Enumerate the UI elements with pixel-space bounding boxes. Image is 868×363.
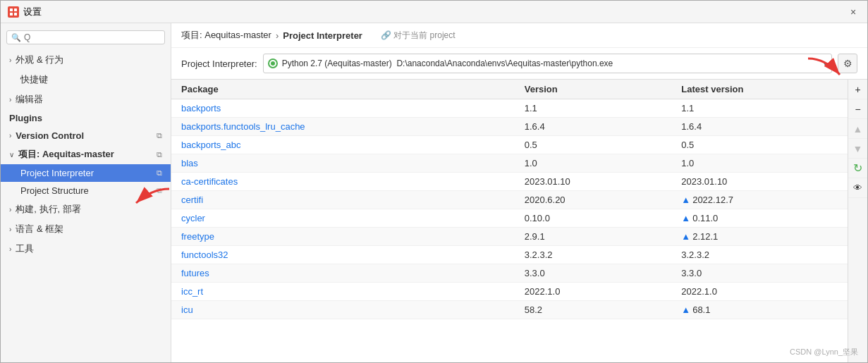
package-latest-version: 3.2.3.2: [671, 246, 867, 264]
search-input[interactable]: [24, 32, 160, 42]
main-panel: 项目: Aequitas-master › Project Interprete…: [171, 23, 867, 362]
content-area: 🔍 › 外观 & 行为 快捷键 › 编辑器 Plugins › Version …: [1, 23, 867, 362]
close-button[interactable]: ×: [846, 5, 860, 19]
python-version: Python 2.7 (Aequitas-master): [282, 59, 392, 68]
package-latest-version: ▲2022.12.7: [671, 191, 867, 209]
package-latest-version: 0.5: [671, 136, 867, 154]
svg-rect-3: [14, 13, 17, 16]
sidebar-item-label: Plugins: [9, 113, 42, 123]
interpreter-bar: Project Interpreter: Python 2.7 (Aequita…: [171, 48, 867, 80]
sidebar-item-keymap[interactable]: 快捷键: [1, 70, 171, 90]
package-version: 2023.01.10: [515, 173, 672, 191]
svg-rect-1: [14, 8, 17, 11]
table-row[interactable]: blas1.01.0: [171, 154, 867, 173]
sidebar-item-tools[interactable]: › 工具: [1, 239, 171, 259]
package-latest-version: ▲68.1: [671, 301, 867, 319]
interpreter-select-dropdown[interactable]: Python 2.7 (Aequitas-master) D:\anaconda…: [263, 54, 832, 73]
package-version: 0.10.0: [515, 209, 672, 228]
eye-button[interactable]: 👁: [848, 178, 868, 198]
sidebar-item-project[interactable]: ∨ 项目: Aequitas-master ⧉: [1, 144, 171, 164]
titlebar: 设置 ×: [1, 1, 867, 23]
table-area: Package Version Latest version backports…: [171, 80, 867, 362]
package-name: futures: [171, 264, 515, 283]
package-version: 1.0: [515, 154, 672, 173]
svg-rect-0: [10, 8, 13, 11]
copy-icon: ⧉: [157, 168, 162, 178]
table-row[interactable]: functools323.2.3.23.2.3.2: [171, 246, 867, 264]
package-latest-version: 2022.1.0: [671, 283, 867, 301]
refresh-button[interactable]: ↻: [848, 159, 868, 178]
package-name: backports_abc: [171, 136, 515, 154]
upgrade-arrow-icon: ▲: [681, 304, 690, 315]
interpreter-path: Python 2.7 (Aequitas-master) D:\anaconda…: [282, 59, 819, 68]
package-latest-version: 1.1: [671, 99, 867, 118]
watermark: CSDN @Lynn_坚果: [790, 347, 858, 357]
table-actions: + − ▲ ▼ ↻ 👁: [848, 80, 867, 362]
chevron-icon: ›: [9, 245, 11, 253]
add-package-button[interactable]: +: [848, 80, 868, 99]
table-row[interactable]: certifi2020.6.20▲2022.12.7: [171, 191, 867, 209]
sidebar: 🔍 › 外观 & 行为 快捷键 › 编辑器 Plugins › Version …: [1, 23, 171, 362]
chevron-icon: ›: [9, 132, 11, 140]
titlebar-left: 设置: [8, 6, 42, 18]
package-name: icu: [171, 301, 515, 319]
breadcrumb-note: 🔗 对于当前 project: [381, 30, 456, 42]
interpreter-label: Project Interpreter:: [181, 59, 257, 69]
package-name: ca-certificates: [171, 173, 515, 191]
chevron-icon: ›: [9, 56, 11, 64]
move-down-button[interactable]: ▼: [848, 139, 868, 159]
sidebar-item-version-control[interactable]: › Version Control ⧉: [1, 127, 171, 144]
package-name: backports.functools_lru_cache: [171, 118, 515, 136]
package-version: 1.6.4: [515, 118, 672, 136]
sidebar-item-editor[interactable]: › 编辑器: [1, 90, 171, 109]
chevron-down-icon: ∨: [9, 151, 14, 159]
breadcrumb-current: Project Interpreter: [283, 30, 362, 41]
interpreter-circle-inner: [271, 61, 275, 66]
search-box[interactable]: 🔍: [6, 30, 165, 44]
table-row[interactable]: freetype2.9.1▲2.12.1: [171, 228, 867, 246]
package-version: 3.2.3.2: [515, 246, 672, 264]
package-name: icc_rt: [171, 283, 515, 301]
package-name: functools32: [171, 246, 515, 264]
table-row[interactable]: backports_abc0.50.5: [171, 136, 867, 154]
python-path: D:\anaconda\Anaconda\envs\Aequitas-maste…: [396, 59, 613, 68]
package-latest-version: 1.0: [671, 154, 867, 173]
package-version: 1.1: [515, 99, 672, 118]
packages-table: Package Version Latest version backports…: [171, 80, 867, 319]
sidebar-item-plugins[interactable]: Plugins: [1, 109, 171, 127]
remove-package-button[interactable]: −: [848, 99, 868, 119]
sidebar-item-label: 工具: [16, 242, 34, 255]
sidebar-item-label: 项目: Aequitas-master: [18, 148, 114, 161]
table-row[interactable]: cycler0.10.0▲0.11.0: [171, 209, 867, 228]
sidebar-item-project-structure[interactable]: Project Structure ⧉: [1, 182, 171, 199]
sidebar-item-label: 构建, 执行, 部署: [16, 203, 80, 216]
chevron-icon: ›: [9, 226, 11, 233]
breadcrumb-project: 项目: Aequitas-master: [181, 29, 271, 42]
copy-icon: ⧉: [157, 150, 162, 159]
package-version: 2.9.1: [515, 228, 672, 246]
sidebar-item-project-interpreter[interactable]: Project Interpreter ⧉: [1, 164, 171, 182]
chevron-icon: ›: [9, 96, 11, 104]
red-arrow-gear: [805, 55, 847, 83]
table-row[interactable]: backports1.11.1: [171, 99, 867, 118]
table-row[interactable]: futures3.3.03.3.0: [171, 264, 867, 283]
table-row[interactable]: ca-certificates2023.01.102023.01.10: [171, 173, 867, 191]
settings-window: 设置 × 🔍 › 外观 & 行为 快捷键 › 编辑器 Plu: [0, 0, 868, 363]
table-container[interactable]: Package Version Latest version backports…: [171, 80, 867, 362]
svg-rect-2: [10, 13, 13, 16]
sidebar-item-appearance[interactable]: › 外观 & 行为: [1, 50, 171, 70]
package-latest-version: ▲2.12.1: [671, 228, 867, 246]
table-row[interactable]: icu58.2▲68.1: [171, 301, 867, 319]
package-version: 0.5: [515, 136, 672, 154]
sidebar-item-language[interactable]: › 语言 & 框架: [1, 219, 171, 239]
copy-icon: ⧉: [157, 186, 162, 195]
table-row[interactable]: backports.functools_lru_cache1.6.41.6.4: [171, 118, 867, 136]
table-row[interactable]: icc_rt2022.1.02022.1.0: [171, 283, 867, 301]
package-latest-version: 2023.01.10: [671, 173, 867, 191]
sidebar-item-label: 编辑器: [16, 93, 43, 106]
window-title: 设置: [23, 6, 42, 18]
package-name: certifi: [171, 191, 515, 209]
sidebar-item-build[interactable]: › 构建, 执行, 部署: [1, 199, 171, 219]
interpreter-status-icon: [268, 59, 278, 68]
move-up-button[interactable]: ▲: [848, 119, 868, 139]
